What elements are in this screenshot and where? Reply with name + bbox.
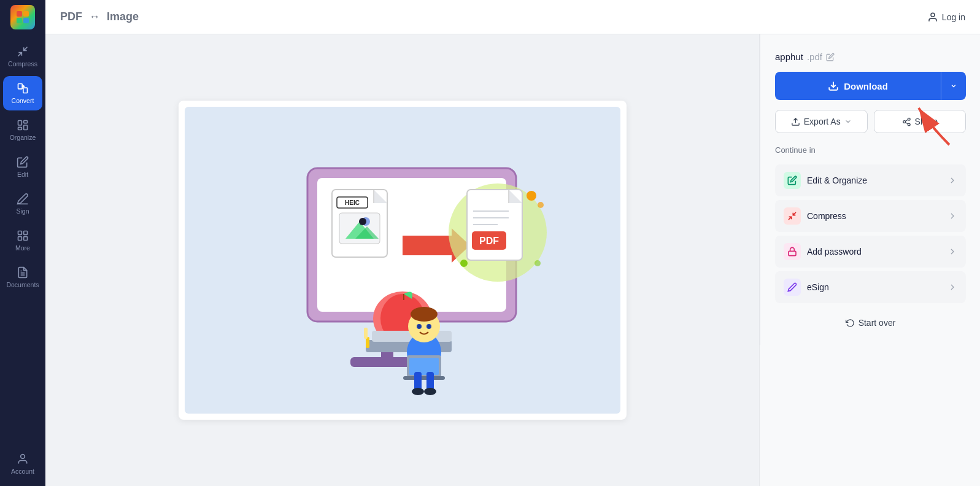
export-as-button[interactable]: Export As <box>775 110 868 133</box>
account-label: Account <box>11 468 34 475</box>
download-icon <box>828 80 839 91</box>
svg-point-72 <box>908 123 910 126</box>
header: PDF ↔ Image Log in <box>45 0 980 34</box>
svg-line-73 <box>905 122 908 123</box>
body-area: HEIC <box>45 34 980 486</box>
svg-rect-10 <box>18 231 22 235</box>
chevron-right-icon-2 <box>947 247 957 256</box>
svg-point-43 <box>527 191 536 201</box>
compress-icon <box>784 207 801 225</box>
right-panel-wrapper: apphut .pdf <box>759 34 980 486</box>
preview-area: HEIC <box>45 34 759 486</box>
svg-point-16 <box>21 455 25 459</box>
continue-item-esign[interactable]: eSign <box>775 271 966 303</box>
sidebar-item-sign[interactable]: Sign <box>3 187 42 221</box>
app-logo <box>10 5 35 29</box>
edit-filename-button[interactable] <box>826 53 835 61</box>
sign-icon <box>17 193 29 205</box>
preview-card: HEIC <box>179 101 627 420</box>
continue-item-compress[interactable]: Compress <box>775 200 966 232</box>
sidebar-item-documents[interactable]: Documents <box>3 260 42 295</box>
more-icon <box>17 230 29 242</box>
sidebar-sign-label: Sign <box>16 207 29 215</box>
share-button[interactable]: Share <box>874 110 966 133</box>
svg-rect-63 <box>403 376 445 380</box>
svg-rect-65 <box>426 372 434 390</box>
share-icon <box>902 117 911 126</box>
svg-point-56 <box>411 307 438 322</box>
continue-item-add-password[interactable]: Add password <box>775 236 966 268</box>
svg-rect-8 <box>24 125 28 130</box>
sidebar-item-edit[interactable]: Edit <box>3 150 42 184</box>
svg-rect-53 <box>364 328 368 339</box>
chevron-right-icon-0 <box>947 176 957 185</box>
download-button-row: Download <box>775 72 966 100</box>
sidebar: Compress Convert Organize Edit Sign <box>0 0 45 486</box>
account-icon <box>17 453 29 465</box>
edit-icon <box>17 156 29 168</box>
file-name: apphut <box>775 52 803 62</box>
esign-icon <box>784 279 801 296</box>
svg-rect-2 <box>17 18 22 23</box>
svg-rect-0 <box>17 11 22 17</box>
svg-rect-13 <box>24 237 28 241</box>
edit-organize-label: Edit & Organize <box>807 176 867 185</box>
main-content: PDF ↔ Image Log in <box>45 0 980 486</box>
sidebar-item-more[interactable]: More <box>3 223 42 258</box>
compress-label: Compress <box>807 211 846 221</box>
svg-rect-4 <box>18 84 23 89</box>
organize-icon <box>17 119 29 131</box>
refresh-icon <box>846 318 855 328</box>
svg-rect-62 <box>409 358 439 375</box>
sidebar-documents-label: Documents <box>6 281 39 288</box>
svg-line-74 <box>905 120 908 121</box>
edit-organize-icon <box>784 172 801 189</box>
page-title: PDF ↔ Image <box>60 10 139 23</box>
svg-point-44 <box>538 202 544 208</box>
login-button[interactable]: Log in <box>927 12 965 23</box>
sidebar-item-organize[interactable]: Organize <box>3 113 42 147</box>
svg-point-58 <box>418 325 420 328</box>
svg-text:PDF: PDF <box>479 236 499 246</box>
sidebar-item-compress[interactable]: Compress <box>3 39 42 74</box>
svg-rect-9 <box>18 127 22 129</box>
svg-rect-64 <box>414 372 422 390</box>
continue-item-edit-organize[interactable]: Edit & Organize <box>775 164 966 196</box>
file-name-row: apphut .pdf <box>775 52 966 62</box>
svg-rect-1 <box>23 11 29 17</box>
svg-point-70 <box>908 118 910 120</box>
continue-list: Edit & Organize <box>775 164 966 303</box>
download-button[interactable]: Download <box>775 72 941 100</box>
pencil-icon <box>826 53 835 61</box>
action-row: Export As Share <box>775 110 966 133</box>
svg-rect-6 <box>18 121 22 126</box>
svg-point-46 <box>534 260 541 266</box>
svg-point-17 <box>931 13 935 17</box>
illustration: HEIC <box>185 107 620 414</box>
svg-point-45 <box>460 260 468 267</box>
svg-point-71 <box>903 120 905 123</box>
chevron-right-icon-3 <box>947 282 957 292</box>
svg-point-67 <box>424 388 436 395</box>
chevron-down-icon <box>950 82 957 90</box>
svg-rect-7 <box>24 121 28 123</box>
sidebar-edit-label: Edit <box>17 171 28 178</box>
sidebar-compress-label: Compress <box>8 60 37 68</box>
right-panel: apphut .pdf <box>760 34 980 345</box>
compress-icon <box>17 45 29 58</box>
download-caret-button[interactable] <box>941 72 966 100</box>
chevron-right-icon-1 <box>947 211 957 221</box>
svg-rect-75 <box>789 251 796 255</box>
user-icon <box>927 12 938 23</box>
documents-icon <box>17 266 29 279</box>
sidebar-organize-label: Organize <box>10 134 36 141</box>
caret-down-icon <box>844 118 852 125</box>
sidebar-item-convert[interactable]: Convert <box>3 76 42 110</box>
convert-icon <box>17 82 29 94</box>
sidebar-convert-label: Convert <box>12 97 34 104</box>
sidebar-item-account[interactable]: Account <box>3 447 42 481</box>
svg-rect-12 <box>18 237 22 241</box>
svg-point-66 <box>412 388 424 395</box>
esign-label: eSign <box>807 282 829 292</box>
start-over-button[interactable]: Start over <box>775 318 966 328</box>
